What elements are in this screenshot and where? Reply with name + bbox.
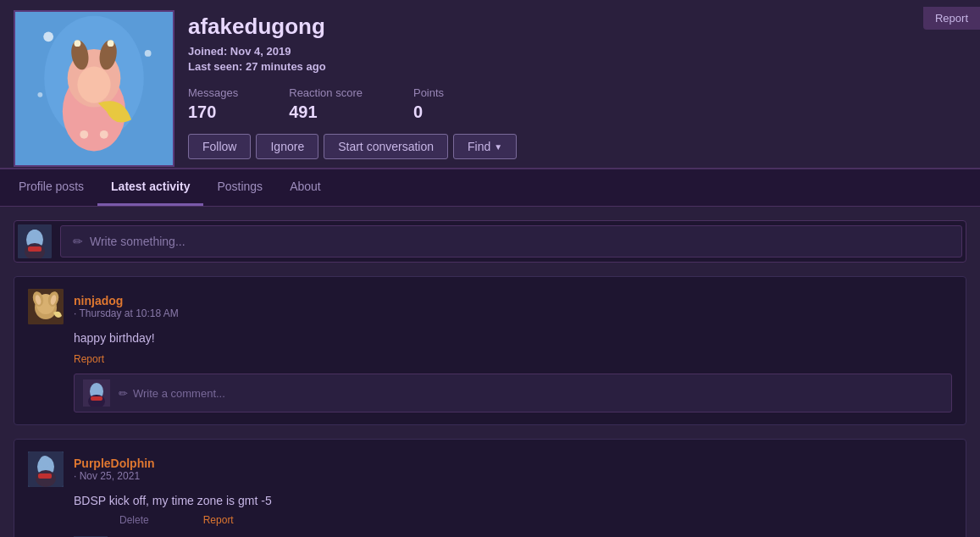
reaction-value: 491 bbox=[289, 102, 363, 122]
svg-rect-17 bbox=[30, 230, 40, 241]
svg-rect-29 bbox=[91, 384, 102, 394]
comment-pencil-icon: ✏ bbox=[119, 387, 128, 400]
report-button[interactable]: Report bbox=[923, 7, 980, 30]
post-card-1: ninjadog · Thursday at 10:18 AM happy bi… bbox=[14, 276, 966, 425]
tab-latest-activity[interactable]: Latest activity bbox=[97, 169, 203, 206]
tab-profile-posts[interactable]: Profile posts bbox=[5, 169, 97, 206]
profile-header: afakedugong Joined: Nov 4, 2019 Last see… bbox=[0, 0, 980, 169]
post-content-2: BDSP kick off, my time zone is gmt -5 bbox=[74, 494, 952, 507]
svg-point-12 bbox=[80, 130, 88, 139]
post-delete-link-2[interactable]: Delete bbox=[119, 514, 149, 526]
post-content-1: happy birthday! bbox=[74, 331, 952, 345]
post-time-1: · Thursday at 10:18 AM bbox=[74, 307, 179, 319]
avatar-image bbox=[15, 12, 173, 165]
svg-point-10 bbox=[108, 40, 114, 47]
profile-joined: Joined: Nov 4, 2019 bbox=[188, 45, 966, 58]
profile-actions: Follow Ignore Start conversation Find ▼ bbox=[188, 134, 966, 159]
pencil-icon: ✏ bbox=[73, 235, 83, 248]
points-value: 0 bbox=[413, 102, 444, 122]
avatar-svg bbox=[15, 12, 173, 165]
find-button[interactable]: Find ▼ bbox=[453, 134, 517, 159]
content-area: ✏ Write something... bbox=[0, 207, 980, 537]
tab-about[interactable]: About bbox=[276, 169, 335, 206]
svg-point-3 bbox=[145, 50, 152, 57]
purpledolphin-avatar-svg bbox=[28, 451, 64, 487]
svg-rect-18 bbox=[28, 246, 42, 252]
ninjadog-avatar-svg bbox=[28, 289, 64, 324]
post-header-2: PurpleDolphin · Nov 25, 2021 bbox=[28, 451, 952, 487]
tab-postings[interactable]: Postings bbox=[203, 169, 276, 206]
profile-last-seen: Last seen: 27 minutes ago bbox=[188, 60, 966, 73]
reaction-stat: Reaction score 491 bbox=[289, 86, 363, 122]
write-placeholder: Write something... bbox=[90, 235, 185, 248]
find-label: Find bbox=[468, 140, 490, 153]
start-conversation-button[interactable]: Start conversation bbox=[324, 134, 448, 159]
profile-avatar bbox=[14, 10, 174, 167]
post-time-2: · Nov 25, 2021 bbox=[74, 470, 155, 482]
post-username-1[interactable]: ninjadog bbox=[74, 294, 179, 307]
messages-stat: Messages 170 bbox=[188, 86, 238, 122]
points-stat: Points 0 bbox=[413, 86, 444, 122]
svg-rect-35 bbox=[38, 473, 52, 479]
svg-point-11 bbox=[77, 67, 110, 103]
svg-point-2 bbox=[43, 31, 53, 42]
svg-point-4 bbox=[37, 92, 42, 97]
messages-value: 170 bbox=[188, 102, 238, 122]
reaction-label: Reaction score bbox=[289, 86, 363, 99]
profile-stats: Messages 170 Reaction score 491 Points 0 bbox=[188, 86, 966, 122]
svg-rect-30 bbox=[91, 396, 102, 401]
comment-box-1[interactable]: ✏ Write a comment... bbox=[74, 374, 952, 412]
svg-point-9 bbox=[75, 40, 81, 47]
post-username-2[interactable]: PurpleDolphin bbox=[74, 457, 155, 470]
post-report-link-2[interactable]: Report bbox=[203, 514, 234, 526]
messages-label: Messages bbox=[188, 86, 238, 99]
post-meta-1: ninjadog · Thursday at 10:18 AM bbox=[74, 294, 179, 319]
profile-tabs: Profile posts Latest activity Postings A… bbox=[0, 169, 980, 207]
post-avatar-purpledolphin[interactable] bbox=[28, 451, 64, 487]
write-box-avatar bbox=[18, 224, 52, 258]
write-box: ✏ Write something... bbox=[14, 220, 966, 263]
write-avatar-svg bbox=[18, 224, 52, 258]
follow-button[interactable]: Follow bbox=[188, 134, 251, 159]
post-avatar-ninjadog[interactable] bbox=[28, 289, 64, 324]
comment-avatar-svg bbox=[83, 379, 110, 407]
ignore-button[interactable]: Ignore bbox=[256, 134, 318, 159]
post-report-row-1: Report bbox=[28, 352, 952, 365]
points-label: Points bbox=[413, 86, 444, 99]
svg-rect-34 bbox=[40, 456, 50, 468]
write-input[interactable]: ✏ Write something... bbox=[60, 225, 962, 257]
comment-input-text: ✏ Write a comment... bbox=[119, 387, 225, 400]
post-card-2: PurpleDolphin · Nov 25, 2021 BDSP kick o… bbox=[14, 439, 966, 537]
post-actions-row-2: Delete Report bbox=[74, 514, 952, 526]
profile-info: afakedugong Joined: Nov 4, 2019 Last see… bbox=[188, 10, 966, 159]
comment-avatar bbox=[83, 379, 110, 407]
profile-username: afakedugong bbox=[188, 14, 966, 40]
comment-placeholder: Write a comment... bbox=[133, 387, 225, 400]
post-header-1: ninjadog · Thursday at 10:18 AM bbox=[28, 289, 952, 324]
find-dropdown-icon: ▼ bbox=[494, 142, 502, 152]
post-report-link-1[interactable]: Report bbox=[74, 353, 104, 365]
svg-point-13 bbox=[100, 130, 108, 139]
post-meta-2: PurpleDolphin · Nov 25, 2021 bbox=[74, 457, 155, 482]
